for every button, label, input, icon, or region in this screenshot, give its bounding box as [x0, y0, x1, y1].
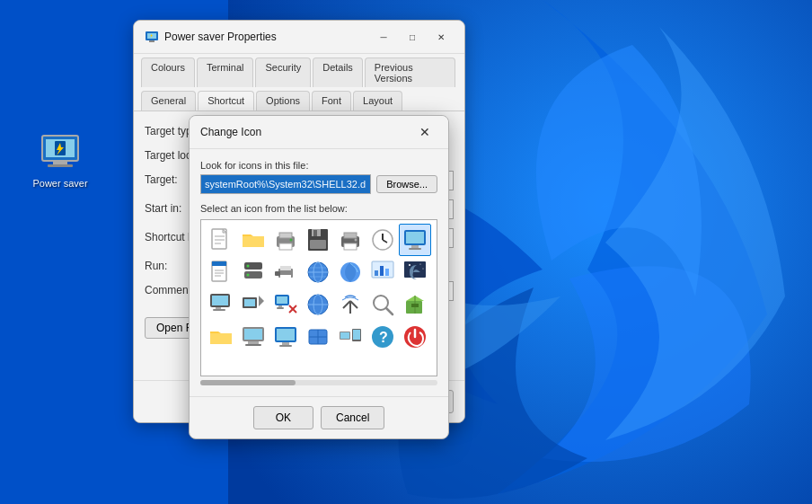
icon-cell-monitor2[interactable]	[205, 288, 237, 321]
icon-cell-globe[interactable]	[302, 256, 334, 288]
desktop-icon-power-saver[interactable]: Power saver	[29, 130, 92, 190]
svg-rect-100	[248, 341, 259, 344]
svg-rect-62	[385, 269, 389, 276]
svg-point-64	[409, 264, 410, 266]
icon-cell-floppy[interactable]	[302, 224, 334, 256]
icon-cell-folder2[interactable]	[205, 321, 237, 353]
svg-line-87	[343, 301, 350, 308]
svg-rect-60	[375, 270, 378, 276]
desktop-icon-image	[39, 130, 82, 173]
svg-rect-33	[406, 232, 424, 243]
svg-rect-99	[244, 329, 262, 340]
tabs-row-1: Colours Terminal Security Details Previo…	[134, 54, 464, 87]
icon-cell-arrow2[interactable]	[431, 256, 437, 288]
svg-rect-51	[280, 275, 291, 280]
tab-details[interactable]: Details	[313, 57, 363, 87]
dialog-ok-button[interactable]: OK	[253, 406, 313, 429]
tab-terminal[interactable]: Terminal	[197, 57, 254, 87]
icon-cell-notepad[interactable]	[205, 256, 237, 288]
tab-layout[interactable]: Layout	[353, 91, 402, 111]
svg-rect-73	[213, 309, 225, 311]
icon-cell-search[interactable]	[366, 288, 399, 321]
icon-cell-help[interactable]: ?	[366, 321, 399, 353]
icon-cell-globe2[interactable]	[334, 256, 366, 288]
tabs-row-2: General Shortcut Options Font Layout	[134, 87, 464, 111]
icon-cell-devices[interactable]	[334, 321, 366, 353]
icon-cell-globe3[interactable]	[302, 288, 334, 321]
icon-cell-chart[interactable]	[366, 256, 399, 288]
change-icon-dialog: Change Icon ✕ Look for icons in this fil…	[189, 115, 449, 439]
icon-cell-server[interactable]	[237, 256, 269, 288]
tab-font[interactable]: Font	[312, 91, 351, 111]
dialog-cancel-button[interactable]: Cancel	[321, 406, 384, 429]
icon-grid[interactable]: ?	[200, 219, 437, 376]
dialog-close-button[interactable]: ✕	[412, 123, 437, 141]
icon-cell-box[interactable]	[302, 321, 334, 353]
icon-cell-monitor-open[interactable]	[237, 288, 269, 321]
svg-rect-36	[437, 230, 437, 243]
file-path-input[interactable]	[200, 174, 371, 194]
icon-cell-folder[interactable]	[237, 224, 269, 256]
icon-cell-clock[interactable]	[366, 224, 399, 256]
tab-previous-versions[interactable]: Previous Versions	[365, 57, 455, 87]
icon-cell-monitor[interactable]	[399, 224, 431, 256]
icon-cell-arrow3[interactable]	[431, 288, 437, 321]
properties-title-icon	[145, 30, 159, 44]
icon-cell-printer[interactable]	[269, 224, 302, 256]
svg-rect-61	[380, 266, 384, 276]
svg-rect-101	[245, 344, 261, 346]
file-path-row: Browse...	[200, 174, 437, 194]
browse-button[interactable]: Browse...	[376, 175, 437, 193]
properties-title-group: Power saver Properties	[145, 30, 277, 44]
tab-colours[interactable]: Colours	[141, 57, 195, 87]
desktop: Power saver Power saver Properties ─ □ ✕	[0, 0, 812, 504]
icon-cell-printer2[interactable]	[334, 224, 366, 256]
icon-cell-package[interactable]	[399, 288, 431, 321]
svg-rect-79	[278, 305, 282, 307]
svg-rect-78	[277, 296, 287, 304]
icon-cell-antenna[interactable]	[334, 288, 366, 321]
dialog-footer: OK Cancel	[190, 396, 448, 438]
icon-cell-moon[interactable]	[399, 256, 431, 288]
svg-rect-94	[411, 304, 419, 307]
svg-rect-72	[216, 307, 221, 309]
svg-point-28	[355, 239, 357, 242]
icon-cell-network-x[interactable]	[269, 288, 302, 321]
svg-rect-34	[411, 245, 419, 248]
svg-rect-105	[279, 345, 292, 347]
scrollbar-thumb[interactable]	[200, 380, 296, 385]
icon-row-4: ?	[205, 321, 433, 353]
tabs-container: Colours Terminal Security Details Previo…	[134, 54, 464, 111]
tab-options[interactable]: Options	[256, 91, 310, 111]
svg-rect-4	[53, 161, 67, 164]
svg-rect-35	[409, 248, 421, 250]
maximize-button[interactable]: □	[400, 28, 425, 46]
icon-cell-doc[interactable]	[205, 224, 237, 256]
svg-rect-71	[212, 296, 228, 305]
tab-shortcut[interactable]: Shortcut	[198, 91, 254, 111]
minimize-button[interactable]: ─	[371, 28, 396, 46]
svg-rect-19	[279, 243, 292, 250]
svg-line-88	[350, 301, 357, 308]
dialog-titlebar: Change Icon ✕	[190, 116, 448, 149]
svg-rect-23	[313, 230, 317, 236]
icon-row-1	[205, 224, 433, 256]
svg-point-20	[290, 239, 293, 242]
icon-cell-computer[interactable]	[237, 321, 269, 353]
svg-rect-18	[279, 233, 292, 238]
svg-text:?: ?	[379, 330, 388, 345]
tab-general[interactable]: General	[141, 91, 196, 111]
icon-cell-monitor3[interactable]	[269, 321, 302, 353]
scrollbar-track[interactable]	[200, 380, 437, 385]
icon-cell-arrow-monitor[interactable]	[431, 224, 437, 256]
tab-security[interactable]: Security	[255, 57, 311, 87]
svg-rect-111	[340, 332, 349, 339]
icon-cell-multiprinter[interactable]	[269, 256, 302, 288]
close-button[interactable]: ✕	[428, 28, 454, 46]
svg-point-48	[247, 274, 250, 277]
svg-point-66	[423, 269, 424, 270]
svg-rect-104	[282, 342, 289, 345]
svg-rect-24	[310, 240, 326, 249]
svg-rect-113	[353, 330, 360, 340]
icon-cell-power[interactable]	[399, 321, 431, 353]
